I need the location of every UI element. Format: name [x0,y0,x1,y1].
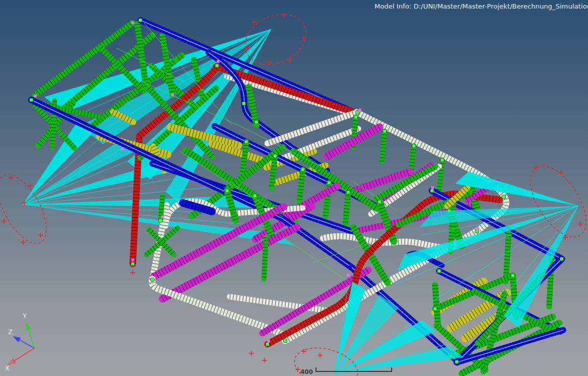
joint-cap-marker [245,140,248,144]
joint-cap-marker [434,307,437,311]
pink-link-marker [431,186,434,189]
pink-link-marker [347,274,349,276]
constraint-plus-mark [559,170,564,175]
constraint-plus-mark [317,353,323,358]
model-info-text: Model Info: D:/UNI/Master/Master-Projekt… [375,3,588,10]
beam-centerline [352,267,457,360]
spider-fan-wedge [23,124,93,204]
joint-cap-marker [328,181,331,185]
beam-brace_green [435,285,438,327]
constraint-plus-mark [262,358,267,363]
pink-link-marker [267,340,270,342]
joint-cap-marker [274,154,277,158]
constraint-plus-mark [252,20,257,25]
beam-brace_green [345,192,348,225]
axis-line-x [12,348,34,362]
joint-cap-marker [502,195,506,199]
joint-cap-marker [347,191,350,194]
pink-link-marker [131,21,134,24]
constraint-plus-mark [21,240,26,245]
axis-label-z: Z [8,328,13,336]
joint-cap-marker [266,343,270,346]
constraint-plus-mark [2,219,7,224]
beam-brace_green [382,131,385,162]
axis-arrow-z [14,337,21,342]
joint-cap-marker [253,194,257,198]
pink-link-marker [161,216,164,218]
beam-brace_green [243,142,246,174]
axis-label-x: X [5,364,10,372]
joint-cap-marker [216,64,219,68]
pink-link-marker [34,94,36,97]
chassis-mesh [31,20,563,373]
pink-link-marker [121,147,123,150]
joint-cap-marker [412,144,416,148]
joint-cap-marker [301,168,305,172]
viewport-3d[interactable]: XYZ 400 Model Info: D:/UNI/Master/Master… [0,0,588,376]
pink-link-marker [358,109,361,111]
constraint-plus-mark [295,367,300,372]
axis-triad: XYZ [5,312,34,372]
pink-link-marker [131,258,134,261]
joint-cap-marker [441,158,444,162]
joint-cap-marker [139,19,142,22]
joint-cap-marker [354,116,358,119]
pink-link-marker [217,60,219,63]
joint-cap-marker [438,270,441,273]
axis-arrow-x [9,359,15,364]
coordinate-sphere-ellipse [0,167,56,251]
constraint-plus-mark [533,165,539,170]
constraint-plus-mark [38,233,43,238]
beam-brace_green [264,237,266,279]
joint-cap-marker [226,189,229,193]
model-canvas[interactable]: XYZ 400 [0,0,588,376]
joint-cap-marker [159,219,163,223]
constraint-plus-mark [281,13,286,18]
axis-arrow-y [26,323,31,330]
joint-cap-marker [511,274,515,278]
joint-cap-marker [431,189,434,193]
constraint-plus-mark [287,57,292,62]
joint-cap-marker [284,339,287,343]
joint-cap-marker [383,130,387,133]
joint-cap-marker [255,121,258,124]
joint-cap-marker [30,98,33,102]
joint-cap-marker [560,257,564,261]
constraint-plus-mark [249,351,254,356]
joint-cap-marker [475,230,479,233]
scale-bar-label: 400 [300,368,313,375]
pink-link-marker [476,227,478,229]
axis-label-y: Y [22,312,27,319]
joint-cap-marker [131,262,135,266]
constraint-plus-mark [578,222,583,227]
joint-cap-marker [242,102,246,105]
constraint-plus-mark [130,270,135,275]
joint-cap-marker [378,200,382,204]
joint-cap-marker [455,360,459,364]
constraint-plus-mark [9,175,14,180]
joint-cap-marker [151,278,154,282]
beam-brace_green [299,170,303,202]
